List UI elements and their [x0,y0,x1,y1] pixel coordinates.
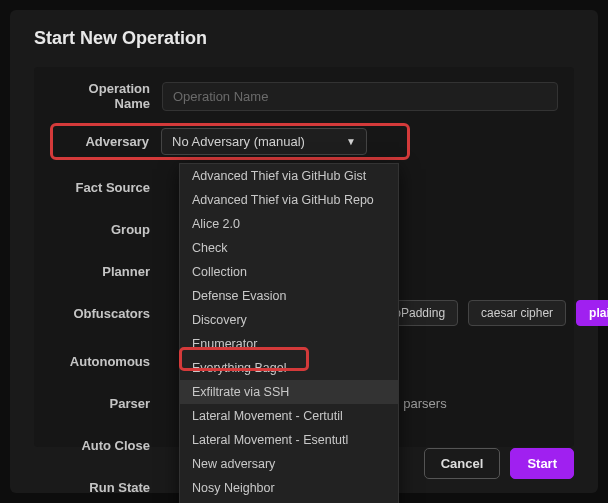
label-run-state: Run State [50,480,162,495]
label-auto-close: Auto Close [50,438,162,453]
adversary-option[interactable]: Advanced Thief via GitHub Repo [180,188,398,212]
form-area: Operation Name Adversary No Adversary (m… [34,67,574,447]
row-operation-name: Operation Name [50,81,558,111]
adversary-option[interactable]: Alice 2.0 [180,212,398,236]
obfuscator-pill[interactable]: caesar cipher [468,300,566,326]
modal-title: Start New Operation [34,28,574,49]
adversary-dropdown[interactable]: Advanced Thief via GitHub Gist Advanced … [179,163,399,503]
adversary-option[interactable]: Defense Evasion [180,284,398,308]
start-operation-modal: Start New Operation Operation Name Adver… [10,10,598,493]
adversary-option[interactable]: Advanced Thief via GitHub Gist [180,164,398,188]
adversary-option[interactable]: Enumerator [180,332,398,356]
adversary-option[interactable]: Check [180,236,398,260]
adversary-option[interactable]: Discovery [180,308,398,332]
label-fact-source: Fact Source [50,180,162,195]
cancel-button[interactable]: Cancel [424,448,501,479]
row-adversary: Adversary No Adversary (manual) ▼ [50,123,558,160]
adversary-option[interactable]: Lateral Movement - Esentutl [180,428,398,452]
modal-footer: Cancel Start [424,448,574,479]
label-group: Group [50,222,162,237]
adversary-option[interactable]: Nosy Neighbor [180,476,398,500]
adversary-option[interactable]: Everything Bagel [180,356,398,380]
adversary-option[interactable]: Lateral Movement - Certutil [180,404,398,428]
label-planner: Planner [50,264,162,279]
label-autonomous: Autonomous [50,354,162,369]
adversary-option-highlighted[interactable]: Exfiltrate via SSH [180,380,398,404]
adversary-selected-value: No Adversary (manual) [172,134,305,149]
adversary-select[interactable]: No Adversary (manual) ▼ [161,128,367,155]
obfuscator-pill-active[interactable]: plain-text [576,300,608,326]
label-parser: Parser [50,396,162,411]
start-button[interactable]: Start [510,448,574,479]
adversary-option[interactable]: Collection [180,260,398,284]
chevron-down-icon: ▼ [346,136,356,147]
adversary-highlight: Adversary No Adversary (manual) ▼ [50,123,410,160]
adversary-option[interactable]: New adversary [180,452,398,476]
label-operation-name: Operation Name [50,81,162,111]
label-adversary: Adversary [57,134,161,149]
label-obfuscators: Obfuscators [50,306,162,321]
operation-name-input[interactable] [162,82,558,111]
